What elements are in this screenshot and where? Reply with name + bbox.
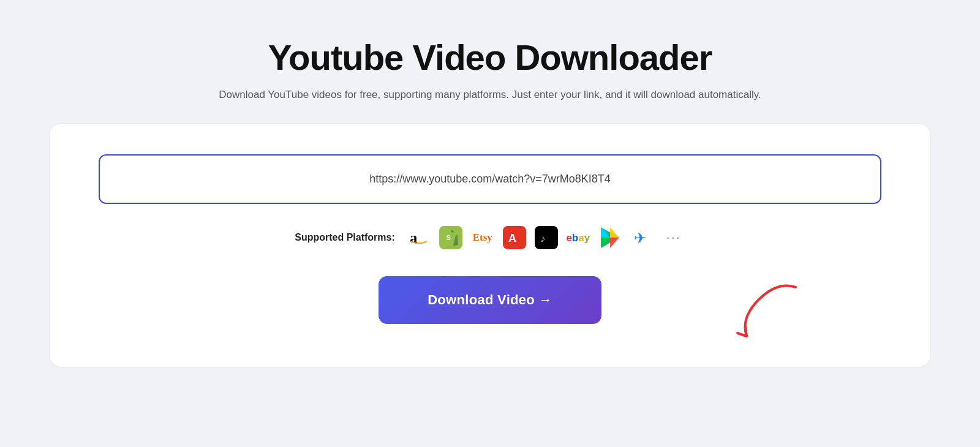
- arrow-annotation: [698, 275, 820, 355]
- platform-icon-etsy: Etsy: [471, 226, 494, 249]
- svg-text:S: S: [447, 234, 451, 241]
- platform-icon-shopify: S: [439, 226, 462, 249]
- svg-marker-1: [424, 241, 426, 242]
- platform-icon-tiktok: ♪: [535, 226, 558, 249]
- platform-icon-more: ···: [662, 226, 685, 249]
- main-card: Supported Platforms: a S Etsy A: [49, 123, 931, 367]
- platform-icon-app-store: ✈: [630, 226, 654, 249]
- svg-text:A: A: [508, 232, 516, 244]
- svg-marker-8: [610, 227, 619, 238]
- download-video-button[interactable]: Download Video →: [379, 276, 601, 324]
- platforms-row: Supported Platforms: a S Etsy A: [295, 226, 685, 249]
- url-input[interactable]: [99, 154, 881, 204]
- platforms-label: Supported Platforms:: [295, 232, 395, 243]
- platform-icon-amazon: a: [407, 226, 431, 249]
- svg-text:✈: ✈: [634, 230, 646, 246]
- svg-marker-9: [610, 238, 619, 248]
- platform-icon-ebay: ebay: [567, 226, 590, 249]
- page-subtitle: Download YouTube videos for free, suppor…: [219, 89, 761, 101]
- platform-icon-google-play: [598, 226, 622, 249]
- page-title: Youtube Video Downloader: [268, 37, 712, 78]
- svg-text:♪: ♪: [540, 233, 545, 244]
- platform-icon-aliexpress: A: [503, 226, 526, 249]
